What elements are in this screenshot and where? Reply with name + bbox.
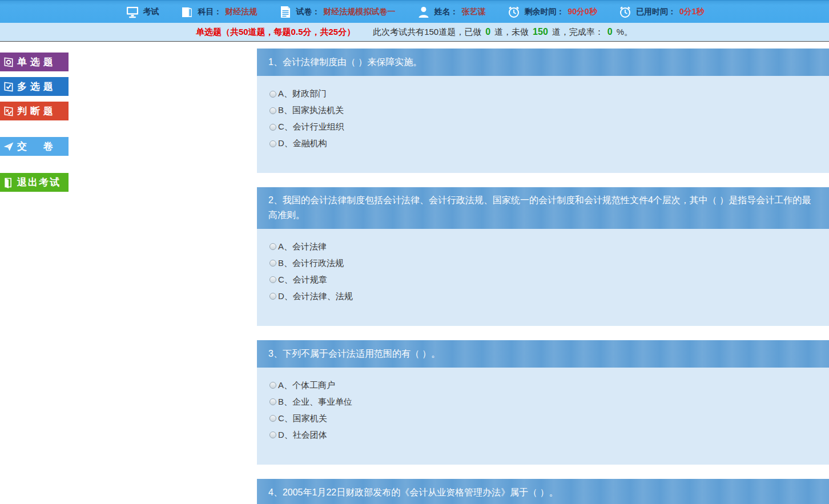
judge-icon	[0, 106, 17, 117]
exit-exam-button[interactable]: 退出考试	[0, 173, 69, 192]
monitor-icon	[125, 5, 140, 19]
exam-label: 考试	[143, 7, 159, 17]
alarm-clock-icon	[506, 5, 521, 19]
radio-button-icon[interactable]	[269, 260, 276, 267]
single-choice-icon	[0, 57, 17, 68]
answer-option[interactable]: B、会计行政法规	[269, 258, 818, 269]
page-layout: 单选题 多选题 判断题 交 卷 退出考试	[0, 42, 829, 504]
submit-paper-button[interactable]: 交 卷	[0, 137, 69, 156]
sidebar-item-single-choice[interactable]: 单选题	[0, 53, 69, 71]
sidebar-item-label: 单选题	[17, 55, 57, 68]
sidebar-item-label: 判断题	[17, 104, 57, 118]
radio-button-icon[interactable]	[269, 124, 276, 131]
question-header: 2、我国的会计法律制度包括会计法律、会计行政法规、国家统一的会计制度和会计规范性…	[257, 187, 829, 229]
option-label: B、会计行政法规	[278, 258, 344, 269]
option-label: C、会计行业组织	[278, 122, 344, 132]
option-label: D、社会团体	[278, 430, 327, 441]
name-label: 姓名：	[434, 7, 458, 17]
paper-indicator: 试卷： 财经法规模拟试卷一	[278, 5, 396, 19]
option-label: A、个体工商户	[278, 380, 335, 391]
sidebar-item-multi-choice[interactable]: 多选题	[0, 77, 69, 96]
answer-option[interactable]: D、社会团体	[269, 430, 818, 441]
sidebar: 单选题 多选题 判断题 交 卷 退出考试	[0, 42, 257, 504]
option-label: D、会计法律、法规	[278, 291, 353, 302]
radio-button-icon[interactable]	[269, 91, 276, 98]
document-icon	[278, 5, 293, 19]
answer-option[interactable]: C、国家机关	[269, 413, 818, 424]
sidebar-item-judge[interactable]: 判断题	[0, 102, 69, 120]
question-panel: 2、我国的会计法律制度包括会计法律、会计行政法规、国家统一的会计制度和会计规范性…	[257, 187, 829, 326]
answer-option[interactable]: A、个体工商户	[269, 380, 818, 391]
progress-text: 此次考试共有150道题，已做	[373, 27, 481, 38]
answer-option[interactable]: D、会计法律、法规	[269, 291, 818, 302]
name-value: 张艺谋	[462, 7, 486, 17]
progress-text: 道，完成率：	[552, 27, 603, 38]
time-used-label: 已用时间：	[636, 7, 676, 17]
question-header: 3、下列不属于会计法适用范围的有（ ）。	[257, 340, 829, 368]
section-summary: 单选题（共50道题，每题0.5分，共25分）	[196, 27, 355, 38]
radio-button-icon[interactable]	[269, 432, 276, 438]
alarm-clock-icon	[618, 5, 633, 19]
question-header: 1、会计法律制度由（ ）来保障实施。	[257, 49, 829, 76]
question-body: A、个体工商户 B、企业、事业单位 C、国家机关 D、社会团体	[257, 368, 829, 465]
done-count: 0	[485, 27, 490, 37]
book-icon	[180, 5, 195, 19]
sidebar-item-label: 交 卷	[17, 140, 60, 153]
radio-button-icon[interactable]	[269, 107, 276, 114]
exam-indicator: 考试	[125, 5, 159, 19]
question-title: 2、我国的会计法律制度包括会计法律、会计行政法规、国家统一的会计制度和会计规范性…	[268, 193, 818, 223]
answer-option[interactable]: C、会计行业组织	[269, 122, 818, 132]
answer-option[interactable]: C、会计规章	[269, 275, 818, 285]
exit-door-icon	[0, 177, 17, 188]
radio-button-icon[interactable]	[269, 243, 276, 250]
subject-indicator: 科目： 财经法规	[180, 5, 257, 19]
question-title: 3、下列不属于会计法适用范围的有（ ）。	[268, 346, 440, 361]
option-label: A、财政部门	[278, 88, 327, 99]
answer-option[interactable]: D、金融机构	[269, 138, 818, 149]
multi-choice-icon	[0, 81, 17, 92]
question-title: 1、会计法律制度由（ ）来保障实施。	[268, 55, 422, 70]
name-indicator: 姓名： 张艺谋	[416, 5, 486, 19]
question-list: 1、会计法律制度由（ ）来保障实施。 A、财政部门 B、国家执法机关 C、会计行…	[257, 42, 829, 504]
answer-option[interactable]: A、会计法律	[269, 241, 818, 252]
time-remaining-value: 90分0秒	[568, 7, 597, 17]
user-icon	[416, 5, 431, 19]
answer-option[interactable]: B、国家执法机关	[269, 105, 818, 116]
paper-plane-icon	[0, 141, 17, 152]
question-body: A、会计法律 B、会计行政法规 C、会计规章 D、会计法律、法规	[257, 229, 829, 326]
paper-value: 财经法规模拟试卷一	[324, 7, 396, 17]
topbar: 考试 科目： 财经法规 试卷： 财经法规模拟试卷一 姓名： 张艺谋	[0, 0, 829, 23]
undone-count: 150	[533, 27, 548, 37]
radio-button-icon[interactable]	[269, 140, 276, 147]
topbar-items: 考试 科目： 财经法规 试卷： 财经法规模拟试卷一 姓名： 张艺谋	[125, 5, 705, 19]
answer-option[interactable]: A、财政部门	[269, 88, 818, 99]
subject-label: 科目：	[198, 7, 222, 17]
time-remaining-label: 剩余时间：	[525, 7, 565, 17]
paper-label: 试卷：	[296, 7, 320, 17]
question-header: 4、2005年1月22日财政部发布的《会计从业资格管理办法》属于（ ）。	[257, 479, 829, 504]
progress-summary: 此次考试共有150道题，已做 0 道，未做 150 道，完成率： 0 %。	[372, 27, 633, 38]
question-panel: 4、2005年1月22日财政部发布的《会计从业资格管理办法》属于（ ）。 A、会…	[257, 479, 829, 504]
radio-button-icon[interactable]	[269, 415, 276, 422]
radio-button-icon[interactable]	[269, 382, 276, 389]
question-title: 4、2005年1月22日财政部发布的《会计从业资格管理办法》属于（ ）。	[268, 485, 558, 500]
option-label: C、国家机关	[278, 413, 327, 424]
option-label: D、金融机构	[278, 138, 327, 149]
sidebar-item-label: 退出考试	[17, 176, 61, 189]
time-used-indicator: 已用时间： 0分1秒	[618, 5, 705, 19]
radio-button-icon[interactable]	[269, 293, 276, 300]
radio-button-icon[interactable]	[269, 398, 276, 405]
completion-rate: 0	[607, 27, 613, 37]
time-used-value: 0分1秒	[679, 7, 705, 17]
time-remaining-indicator: 剩余时间： 90分0秒	[506, 5, 597, 19]
sidebar-item-label: 多选题	[17, 80, 57, 93]
option-label: B、企业、事业单位	[278, 397, 352, 408]
option-label: A、会计法律	[278, 241, 327, 252]
answer-option[interactable]: B、企业、事业单位	[269, 397, 818, 408]
progress-text: %。	[617, 27, 633, 38]
question-body: A、财政部门 B、国家执法机关 C、会计行业组织 D、金融机构	[257, 76, 829, 173]
option-label: B、国家执法机关	[278, 105, 344, 116]
radio-button-icon[interactable]	[269, 276, 276, 283]
question-panel: 1、会计法律制度由（ ）来保障实施。 A、财政部门 B、国家执法机关 C、会计行…	[257, 49, 829, 173]
exam-info-bar: 单选题（共50道题，每题0.5分，共25分） 此次考试共有150道题，已做 0 …	[0, 23, 829, 42]
